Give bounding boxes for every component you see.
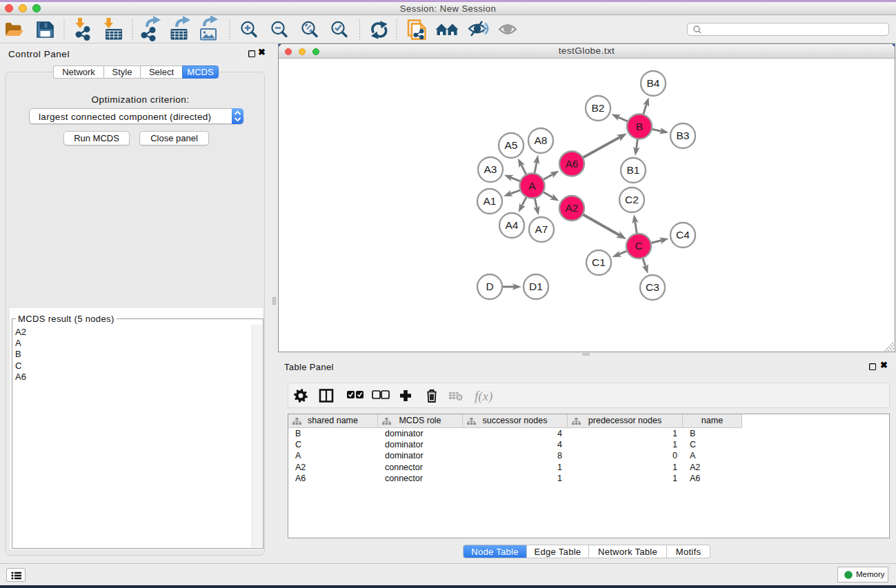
svg-text:A1: A1 — [484, 195, 497, 207]
svg-text:A: A — [528, 180, 536, 192]
svg-text:A8: A8 — [535, 134, 548, 146]
svg-text:A4: A4 — [506, 219, 519, 231]
svg-text:f(x): f(x) — [475, 389, 492, 404]
svg-text:A7: A7 — [535, 223, 548, 235]
svg-text:C4: C4 — [676, 229, 690, 241]
svg-text:C2: C2 — [625, 194, 639, 205]
svg-text:B: B — [636, 121, 643, 132]
svg-text:B2: B2 — [592, 102, 605, 114]
svg-text:A5: A5 — [505, 139, 518, 151]
svg-text:C1: C1 — [592, 256, 606, 268]
svg-text:D: D — [486, 281, 493, 292]
svg-text:C3: C3 — [646, 281, 659, 293]
svg-text:A2: A2 — [566, 202, 579, 214]
svg-text:B1: B1 — [627, 164, 640, 176]
svg-text:A6: A6 — [566, 158, 579, 170]
svg-text:D1: D1 — [529, 281, 543, 292]
svg-text:C: C — [635, 240, 642, 252]
svg-text:A3: A3 — [484, 163, 497, 175]
svg-text:B4: B4 — [647, 77, 660, 89]
svg-text:B3: B3 — [677, 130, 690, 141]
